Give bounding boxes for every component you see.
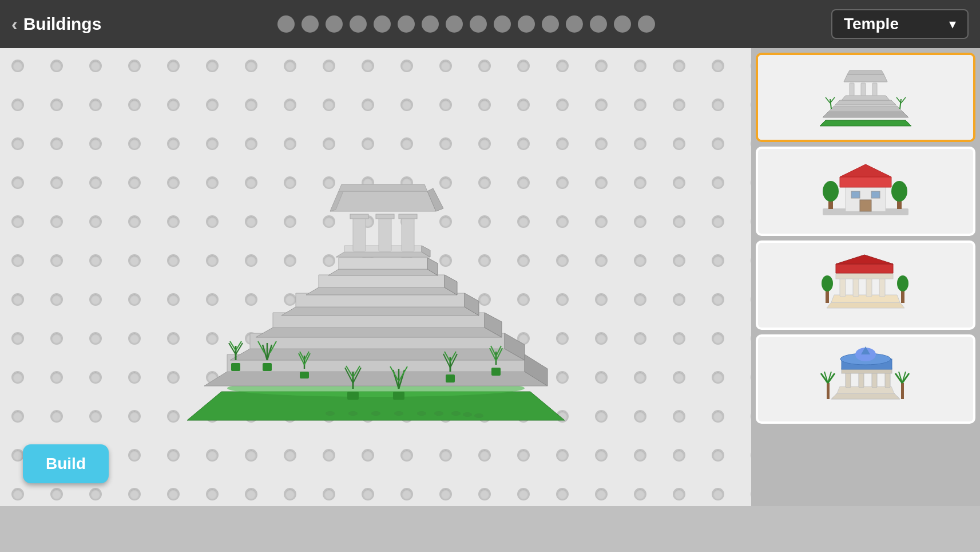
svg-marker-92 [844, 74, 887, 82]
svg-line-95 [826, 97, 830, 103]
svg-point-108 [823, 181, 839, 202]
svg-rect-114 [853, 277, 859, 297]
building-card-inner-temple [758, 55, 973, 140]
main-content: Build [0, 48, 980, 506]
svg-rect-51 [347, 392, 359, 400]
svg-rect-39 [263, 363, 272, 371]
svg-point-110 [891, 181, 907, 202]
svg-marker-20 [336, 252, 430, 257]
svg-rect-57 [393, 392, 404, 400]
svg-rect-90 [861, 83, 866, 96]
svg-rect-24 [379, 217, 391, 251]
header-dot [518, 15, 535, 33]
temple-svg [176, 111, 576, 443]
header-dot [326, 15, 343, 33]
svg-marker-119 [836, 255, 893, 264]
svg-line-94 [830, 99, 831, 109]
svg-marker-14 [306, 287, 457, 295]
svg-marker-103 [840, 164, 891, 177]
svg-line-99 [901, 97, 906, 103]
svg-rect-91 [872, 83, 877, 96]
header-dot [446, 15, 463, 33]
svg-rect-116 [879, 277, 885, 297]
svg-point-77 [394, 411, 403, 416]
building-card-inner-house-red [758, 149, 973, 234]
header-dot [470, 15, 487, 33]
svg-marker-15 [319, 275, 445, 287]
svg-rect-106 [860, 200, 871, 211]
svg-marker-84 [820, 120, 911, 126]
svg-rect-23 [353, 217, 366, 251]
building-dropdown[interactable]: Temple ▾ [831, 9, 969, 39]
canvas-area[interactable]: Build [0, 48, 751, 506]
svg-point-82 [463, 412, 472, 417]
building-card-pavilion[interactable] [756, 334, 975, 424]
svg-marker-87 [835, 100, 896, 105]
header-dot [590, 15, 607, 33]
svg-rect-128 [872, 372, 877, 388]
right-sidebar [751, 48, 980, 506]
svg-marker-18 [339, 258, 427, 269]
svg-rect-126 [846, 372, 851, 388]
header-dot [638, 15, 655, 33]
svg-rect-127 [859, 372, 864, 388]
svg-marker-11 [281, 307, 479, 316]
svg-marker-32 [339, 184, 427, 191]
header-dot [542, 15, 559, 33]
svg-marker-17 [328, 269, 438, 275]
building-card-inner-pavilion [758, 337, 973, 421]
svg-point-123 [897, 275, 908, 291]
header-dot [398, 15, 415, 33]
temple-3d-view [0, 48, 751, 506]
building-card-temple[interactable] [756, 53, 975, 142]
svg-rect-135 [827, 383, 830, 399]
svg-marker-88 [842, 96, 890, 100]
header-dots [110, 15, 822, 33]
svg-rect-27 [376, 214, 394, 219]
page-title: Buildings [23, 14, 102, 34]
svg-rect-69 [491, 368, 501, 376]
svg-point-76 [348, 411, 358, 416]
header-dot [614, 15, 631, 33]
header-dot [350, 15, 367, 33]
svg-marker-5 [230, 349, 525, 360]
svg-point-79 [326, 411, 335, 416]
pavilion-thumbnail [820, 342, 911, 416]
back-icon: ‹ [11, 14, 18, 35]
header-dot [422, 15, 439, 33]
chevron-down-icon: ▾ [949, 16, 956, 32]
svg-marker-93 [847, 70, 884, 74]
svg-line-97 [900, 99, 901, 109]
svg-rect-117 [836, 273, 893, 279]
svg-marker-111 [827, 302, 904, 308]
header-dot [301, 15, 319, 33]
header: ‹ Buildings Temple ▾ [0, 0, 980, 48]
svg-rect-129 [885, 372, 890, 388]
building-card-temple-red[interactable] [756, 240, 975, 330]
svg-rect-115 [866, 277, 872, 297]
svg-rect-33 [231, 363, 240, 371]
dropdown-label: Temple [844, 15, 899, 33]
building-card-inner-temple-red [758, 243, 973, 328]
svg-rect-89 [850, 83, 854, 96]
svg-marker-85 [823, 112, 908, 117]
header-dot [566, 15, 583, 33]
temple-thumbnail [820, 60, 911, 135]
svg-point-81 [451, 411, 461, 416]
svg-rect-26 [350, 214, 368, 219]
building-card-house-red[interactable] [756, 147, 975, 236]
svg-marker-12 [296, 293, 465, 307]
back-button[interactable]: ‹ Buildings [11, 14, 101, 35]
svg-marker-118 [836, 264, 893, 273]
svg-rect-45 [300, 372, 309, 378]
svg-rect-28 [399, 214, 417, 219]
svg-marker-29 [330, 191, 436, 211]
build-button[interactable]: Build [23, 444, 109, 483]
svg-marker-124 [831, 393, 900, 399]
svg-point-80 [434, 411, 443, 416]
svg-rect-105 [871, 191, 880, 198]
header-dot [374, 15, 391, 33]
svg-marker-102 [840, 177, 891, 187]
svg-rect-63 [446, 374, 455, 383]
house-red-thumbnail [820, 154, 911, 228]
